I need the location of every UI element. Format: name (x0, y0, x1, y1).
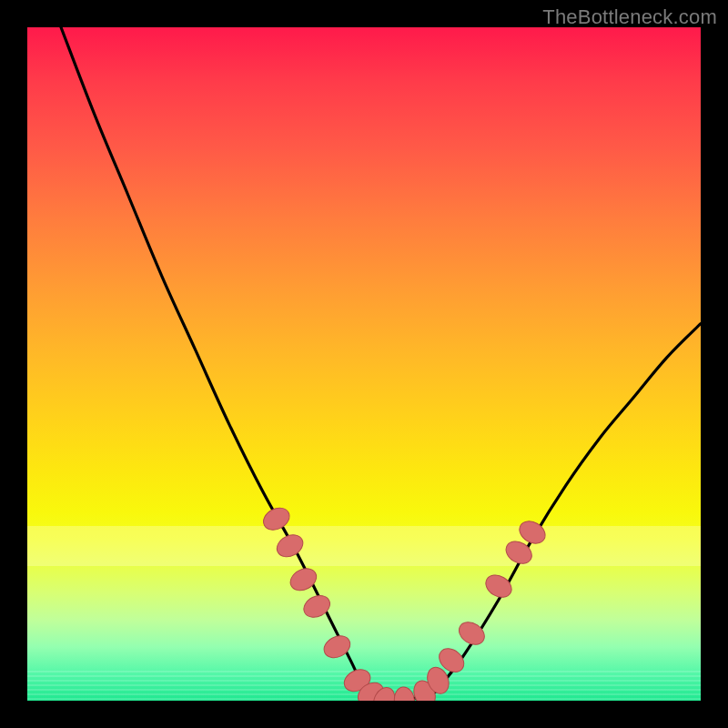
chart-frame: TheBottleneck.com (0, 0, 728, 728)
bottleneck-curve (61, 27, 701, 701)
attribution-text: TheBottleneck.com (542, 5, 717, 29)
curve-marker (259, 503, 293, 533)
curve-markers (259, 503, 549, 701)
curve-marker (273, 531, 307, 561)
plot-area (27, 27, 701, 701)
curve-marker (481, 571, 515, 602)
curve-marker (393, 686, 417, 701)
curve-svg (27, 27, 701, 701)
